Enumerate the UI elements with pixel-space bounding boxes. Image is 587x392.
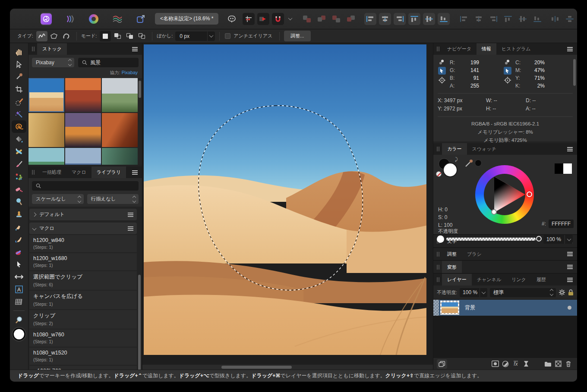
mode-add-button[interactable] [112,31,123,41]
color-picker-tool[interactable] [12,70,26,83]
selection-brush-tool[interactable] [12,95,26,108]
macro-item[interactable]: h1200_w1680(Steps: 1) [29,253,137,270]
tab-transform[interactable]: 変形 [442,261,462,273]
node-tool[interactable] [12,258,26,270]
align-top-button[interactable] [408,13,420,25]
delete-layer-button[interactable] [563,359,574,369]
stock-thumbnail[interactable] [65,78,101,112]
macro-item[interactable]: h1080_w760(Steps: 1) [29,329,137,347]
library-search-input[interactable] [32,181,139,191]
layer-effects-button[interactable]: fx [511,359,521,369]
adjustment-layer-button[interactable] [500,359,511,369]
pixabay-link[interactable]: Pixabay [122,70,138,75]
stock-thumbnail[interactable] [102,148,138,165]
cursor-mode-icon[interactable] [504,67,511,75]
layer-thumbnail[interactable] [440,301,459,315]
no-color-swatch[interactable] [436,171,442,177]
duplicate-layer-button[interactable] [437,359,447,369]
develop-persona-icon[interactable] [89,13,98,25]
panel-menu-icon[interactable] [128,166,142,178]
macro-item[interactable]: h1200_w840(Steps: 1) [29,235,137,252]
color-sampler-icon[interactable] [439,60,445,65]
tab-macro[interactable]: マクロ [66,166,92,178]
stock-thumbnail[interactable] [102,113,138,147]
snapping-options-chevron-icon[interactable] [287,13,294,25]
black-swatch[interactable] [555,163,563,174]
tab-histogram[interactable]: ヒストグラム [496,43,536,55]
tab-info[interactable]: 情報 [477,43,496,55]
macro-item[interactable]: w1080h768 [29,366,137,370]
panel-grip-icon[interactable] [28,166,37,178]
live-filter-button[interactable] [521,359,531,369]
stock-thumbnail[interactable] [65,148,101,165]
foreground-color-swatch[interactable] [443,163,458,177]
opacity-value[interactable]: 100 % [543,235,564,244]
blur-tool[interactable] [12,195,26,208]
section-menu-icon[interactable] [128,213,133,217]
panel-menu-icon[interactable] [563,248,577,260]
macro-item[interactable]: h1080_w1520(Steps: 1) [29,348,137,365]
tab-color[interactable]: カラー [442,143,467,155]
flood-fill-tool[interactable] [12,133,26,145]
feather-select[interactable]: 0 px [175,31,215,41]
section-menu-icon[interactable] [128,226,133,231]
alignment-select[interactable]: 行揃えなし [87,194,139,204]
clone-stamp-tool[interactable] [12,208,26,220]
warp-tool[interactable] [12,270,26,283]
polygon-type-button[interactable] [48,31,60,41]
flood-select-tool[interactable] [12,108,26,120]
burn-tool[interactable] [12,245,26,258]
assistant-icon[interactable] [226,13,238,25]
shade-selector[interactable] [491,209,497,215]
tab-links[interactable]: リンク [506,274,531,285]
macro-item[interactable]: クリップ(Steps: 2) [29,310,137,329]
zoom-tool[interactable] [12,314,26,326]
snapping-candidates-icon[interactable] [257,13,269,25]
layer-list[interactable]: 背景 [433,299,577,358]
tab-history[interactable]: 履歴 [531,274,551,285]
antialias-checkbox[interactable] [225,33,230,39]
panel-grip-icon[interactable] [433,274,442,285]
paint-brush-tool[interactable] [12,158,26,170]
document-title[interactable]: <名称未設定> (18.6% * [155,13,218,25]
tab-channels[interactable]: チャンネル [472,274,506,285]
new-pixel-layer-button[interactable] [553,359,563,369]
align-middle-button[interactable] [423,13,435,25]
layer-row-background[interactable]: 背景 [433,300,577,316]
layer-opacity-value[interactable]: 100 % [460,288,480,297]
magnetic-type-button[interactable] [60,31,72,41]
smudge-tool[interactable] [12,220,26,233]
align-right-button[interactable] [394,13,406,25]
view-tool[interactable] [12,45,26,58]
color-sampler-icon[interactable] [505,60,511,65]
info-scrollbar[interactable] [573,59,576,86]
swap-colors-icon[interactable]: ⤸ [455,157,458,162]
tab-brush[interactable]: ブラシ [462,248,487,260]
target-icon[interactable] [439,77,445,84]
macro-item[interactable]: キャンバスを広げる(Steps: 1) [29,291,137,309]
snapping-magnet-icon[interactable] [272,13,284,25]
gear-icon[interactable] [559,289,565,296]
align-bottom-button[interactable] [438,13,450,25]
panel-grip-icon[interactable] [433,143,442,155]
move-tool[interactable] [12,58,26,70]
mask-layer-button[interactable] [490,359,500,369]
tab-layers[interactable]: レイヤー [442,274,472,285]
snapping-grid-icon[interactable] [243,13,255,25]
dodge-tool[interactable] [12,233,26,245]
eraser-tool[interactable] [12,183,26,195]
canvas-image[interactable] [144,44,426,355]
layer-visibility-toggle[interactable] [568,306,571,310]
cursor-mode-icon[interactable] [438,67,446,75]
photo-persona-icon[interactable] [41,13,52,25]
mode-new-button[interactable] [100,31,111,41]
mode-intersect-button[interactable] [136,31,147,41]
panel-menu-icon[interactable] [128,43,142,55]
mesh-warp-tool[interactable] [12,295,26,308]
section-default[interactable]: デフォルト [29,209,137,220]
align-center-h-button[interactable] [379,13,391,25]
align-left-button[interactable] [364,13,376,25]
text-tool[interactable]: A [12,283,26,295]
panel-menu-icon[interactable] [563,143,577,155]
freehand-type-button[interactable] [36,31,47,41]
